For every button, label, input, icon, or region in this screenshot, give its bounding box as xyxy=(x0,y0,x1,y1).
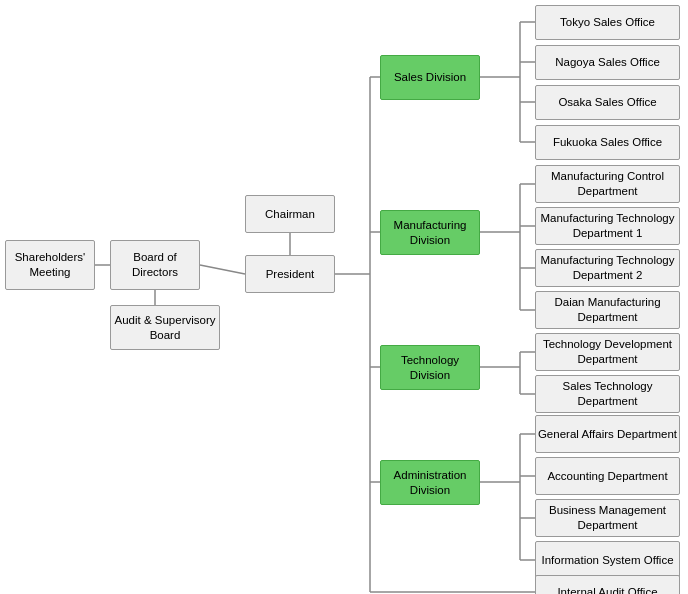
node-audit: Audit & Supervisory Board xyxy=(110,305,220,350)
node-tokyo: Tokyo Sales Office xyxy=(535,5,680,40)
org-chart: Shareholders' MeetingBoard of DirectorsA… xyxy=(0,0,688,594)
node-mfg_ctrl: Manufacturing Control Department xyxy=(535,165,680,203)
node-internal_audit: Internal Audit Office xyxy=(535,575,680,594)
node-board: Board of Directors xyxy=(110,240,200,290)
node-accounting: Accounting Department xyxy=(535,457,680,495)
node-mfg_div: Manufacturing Division xyxy=(380,210,480,255)
node-fukuoka: Fukuoka Sales Office xyxy=(535,125,680,160)
node-osaka: Osaka Sales Office xyxy=(535,85,680,120)
node-biz_mgmt: Business Management Department xyxy=(535,499,680,537)
node-daian: Daian Manufacturing Department xyxy=(535,291,680,329)
node-president: President xyxy=(245,255,335,293)
node-admin_div: Administration Division xyxy=(380,460,480,505)
node-mfg_tech1: Manufacturing Technology Department 1 xyxy=(535,207,680,245)
node-mfg_tech2: Manufacturing Technology Department 2 xyxy=(535,249,680,287)
node-tech_div: Technology Division xyxy=(380,345,480,390)
node-chairman: Chairman xyxy=(245,195,335,233)
node-sales_div: Sales Division xyxy=(380,55,480,100)
node-gen_affairs: General Affairs Department xyxy=(535,415,680,453)
node-nagoya: Nagoya Sales Office xyxy=(535,45,680,80)
node-shareholders: Shareholders' Meeting xyxy=(5,240,95,290)
node-tech_dev: Technology Development Department xyxy=(535,333,680,371)
svg-line-1 xyxy=(200,265,245,274)
node-sales_tech: Sales Technology Department xyxy=(535,375,680,413)
node-info_sys: Information System Office xyxy=(535,541,680,579)
